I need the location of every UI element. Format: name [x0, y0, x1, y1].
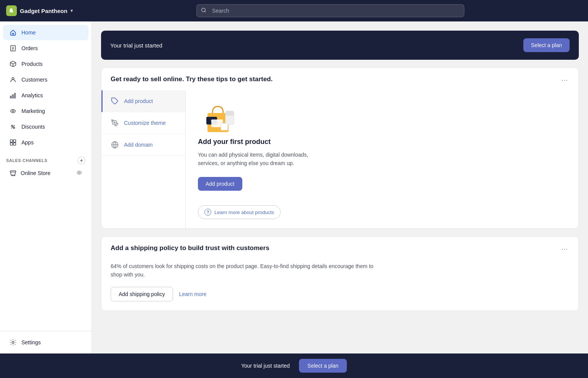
store-chevron-icon: ▾ [70, 8, 73, 13]
svg-rect-10 [13, 140, 16, 142]
shipping-actions: Add shipping policy Learn more [111, 287, 569, 301]
svg-rect-12 [13, 143, 16, 145]
sidebar-item-analytics[interactable]: Analytics [3, 88, 88, 103]
shipping-card-description: 64% of customers look for shipping costs… [111, 262, 379, 279]
bottom-select-plan-button[interactable]: Select a plan [299, 359, 347, 373]
sidebar-footer: Settings [0, 331, 91, 353]
tip-item-customize-theme-label: Customize theme [124, 120, 166, 126]
product-illustration: $ [198, 100, 244, 138]
svg-point-7 [11, 125, 13, 127]
svg-point-15 [78, 172, 80, 173]
svg-rect-26 [225, 111, 234, 116]
sidebar-item-customers-label: Customers [21, 77, 47, 83]
tip-item-customize-theme[interactable]: Customize theme [101, 112, 185, 134]
svg-point-6 [12, 110, 14, 112]
analytics-icon [9, 92, 17, 99]
search-input[interactable] [196, 4, 464, 17]
customers-icon [9, 76, 17, 83]
tip-detail: $ Add your first product You can add phy… [186, 90, 578, 228]
online-store-icon [9, 169, 17, 177]
sidebar-item-marketing-label: Marketing [21, 108, 45, 114]
orders-icon [9, 44, 17, 52]
tip-detail-description: You can add physical items, digital down… [198, 151, 328, 168]
sidebar-item-products-label: Products [21, 61, 42, 67]
sidebar-item-apps-label: Apps [21, 139, 34, 146]
store-name-text: Gadget Pantheon [20, 8, 67, 14]
learn-more-products-link[interactable]: ? Learn more about products [198, 205, 281, 219]
tips-card: Get ready to sell online. Try these tips… [101, 67, 579, 229]
svg-rect-5 [15, 93, 16, 98]
shipping-card-header: Add a shipping policy to build trust wit… [101, 237, 578, 262]
svg-rect-9 [10, 140, 13, 142]
shipping-card-body: 64% of customers look for shipping costs… [101, 262, 578, 311]
tips-card-header: Get ready to sell online. Try these tips… [101, 68, 578, 90]
svg-rect-3 [10, 96, 11, 98]
tip-item-add-domain[interactable]: Add domain [101, 134, 185, 156]
products-icon [9, 60, 17, 68]
sidebar-item-discounts[interactable]: Discounts [3, 119, 88, 134]
sidebar-nav: Home Orders [0, 21, 91, 331]
settings-icon [9, 339, 17, 346]
sidebar-item-settings[interactable]: Settings [3, 335, 88, 350]
tip-item-add-domain-label: Add domain [124, 142, 153, 148]
search-bar [196, 4, 464, 17]
shipping-card: Add a shipping policy to build trust wit… [101, 236, 579, 311]
main-content: Your trial just started Select a plan Ge… [92, 21, 588, 353]
bottom-bar: Your trial just started Select a plan [0, 353, 588, 378]
sidebar-item-orders[interactable]: Orders [3, 41, 88, 56]
store-name-button[interactable]: Gadget Pantheon ▾ [6, 5, 73, 16]
tips-card-menu-button[interactable]: ··· [560, 75, 569, 84]
svg-point-8 [13, 127, 15, 129]
globe-icon [110, 140, 119, 149]
select-plan-button[interactable]: Select a plan [523, 38, 570, 52]
sidebar-item-products[interactable]: Products [3, 56, 88, 72]
tip-detail-title: Add your first product [198, 138, 566, 146]
main-layout: Home Orders [0, 21, 588, 353]
svg-point-13 [12, 175, 13, 176]
sidebar-item-home[interactable]: Home [3, 25, 88, 40]
sidebar-item-analytics-label: Analytics [21, 92, 43, 98]
home-icon [9, 29, 17, 36]
trial-banner: Your trial just started Select a plan [101, 31, 579, 60]
eye-icon[interactable] [76, 170, 82, 177]
svg-point-18 [114, 122, 115, 123]
marketing-icon [9, 107, 17, 115]
sidebar-item-marketing[interactable]: Marketing [3, 103, 88, 119]
help-circle-icon: ? [204, 209, 211, 216]
svg-point-0 [202, 8, 205, 11]
apps-icon [9, 139, 17, 146]
tips-body: Add product Customize theme [101, 90, 578, 228]
svg-rect-27 [221, 123, 228, 130]
shipping-learn-more-link[interactable]: Learn more [179, 291, 207, 297]
online-store-left: Online Store [9, 169, 51, 177]
sidebar-item-home-label: Home [21, 29, 36, 36]
add-shipping-policy-button[interactable]: Add shipping policy [111, 287, 173, 301]
learn-more-products-label: Learn more about products [214, 209, 274, 215]
sales-channels-label: SALES CHANNELS [6, 158, 47, 163]
tip-item-add-product-label: Add product [124, 98, 153, 104]
trial-banner-message: Your trial just started [110, 42, 162, 49]
sidebar-item-apps[interactable]: Apps [3, 135, 88, 150]
tip-action-button[interactable]: Add product [198, 177, 242, 191]
svg-point-14 [14, 175, 15, 176]
sales-channels-header: SALES CHANNELS + [0, 151, 91, 166]
sidebar-item-settings-label: Settings [21, 339, 41, 345]
discounts-icon [9, 123, 17, 131]
tips-card-title: Get ready to sell online. Try these tips… [111, 75, 273, 83]
add-sales-channel-button[interactable]: + [78, 157, 85, 164]
svg-rect-4 [12, 95, 13, 98]
top-navigation: Gadget Pantheon ▾ [0, 0, 588, 21]
brush-icon [110, 118, 119, 128]
svg-point-16 [12, 341, 14, 343]
search-icon [201, 8, 206, 14]
sidebar-item-online-store[interactable]: Online Store [3, 166, 88, 180]
shipping-card-menu-button[interactable]: ··· [560, 244, 569, 253]
shipping-card-title: Add a shipping policy to build trust wit… [111, 244, 270, 252]
sidebar-item-customers[interactable]: Customers [3, 72, 88, 87]
sidebar: Home Orders [0, 21, 92, 353]
sidebar-item-discounts-label: Discounts [21, 124, 45, 130]
tip-item-add-product[interactable]: Add product [101, 90, 185, 112]
svg-rect-11 [10, 143, 13, 145]
sidebar-item-orders-label: Orders [21, 45, 38, 51]
tag-icon [110, 97, 119, 106]
